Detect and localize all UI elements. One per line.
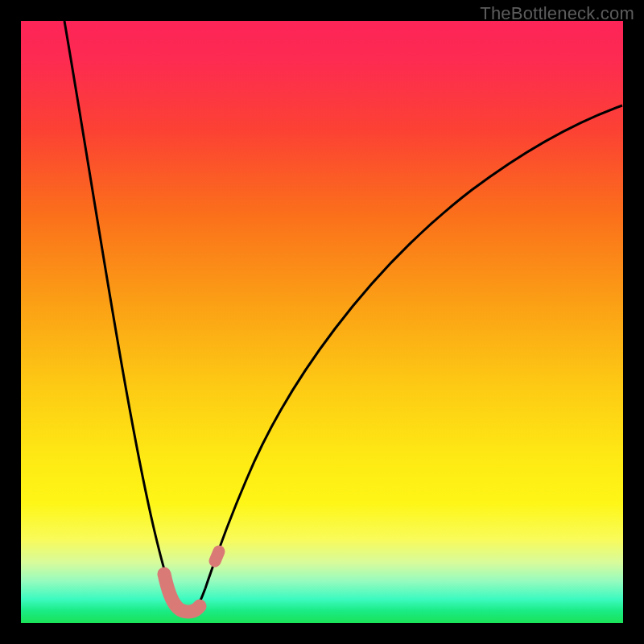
right-dot-marker — [215, 551, 219, 561]
plot-area — [21, 21, 623, 623]
left-curve — [64, 21, 205, 611]
curve-layer — [21, 21, 623, 623]
chart-frame: TheBottleneck.com — [0, 0, 644, 644]
watermark-text: TheBottleneck.com — [480, 3, 634, 24]
right-curve — [205, 105, 622, 588]
left-l-marker — [164, 574, 200, 612]
